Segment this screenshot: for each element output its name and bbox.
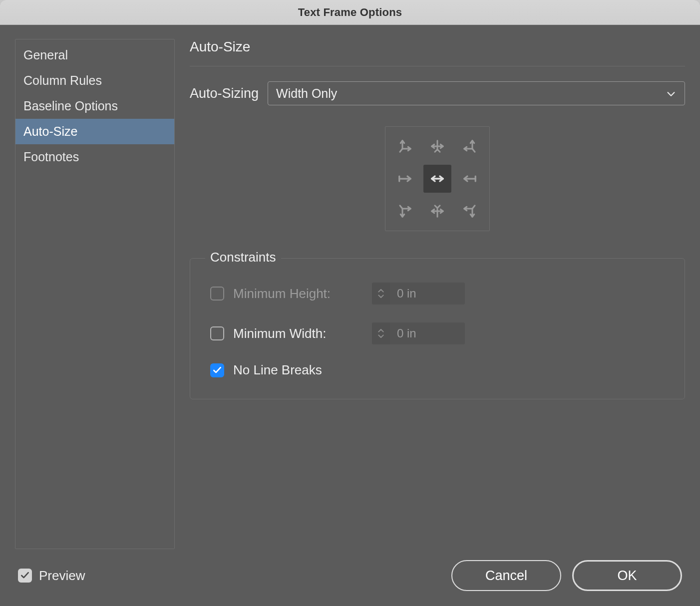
anchor-top-right[interactable]	[456, 132, 484, 160]
no-breaks-row: No Line Breaks	[210, 362, 665, 378]
anchor-top-left[interactable]	[391, 132, 419, 160]
ok-button-label: OK	[617, 568, 637, 584]
sidebar-item-auto-size[interactable]: Auto-Size	[15, 119, 174, 144]
auto-sizing-select-value: Width Only	[276, 86, 337, 101]
dialog-footer: Preview Cancel OK	[15, 549, 685, 594]
preview-label: Preview	[39, 568, 85, 584]
anchor-bottom-right[interactable]	[456, 197, 484, 225]
anchor-mid-right-icon	[462, 171, 477, 186]
anchor-top-left-icon	[397, 139, 412, 154]
chevron-up-icon	[377, 288, 385, 294]
min-width-stepper[interactable]: 0 in	[372, 322, 465, 344]
no-line-breaks-label: No Line Breaks	[233, 362, 363, 378]
footer-left: Preview	[18, 568, 85, 584]
sidebar-item-column-rules[interactable]: Column Rules	[15, 68, 174, 93]
min-width-checkbox[interactable]	[210, 326, 224, 340]
chevron-down-icon	[377, 294, 385, 300]
cancel-button-label: Cancel	[485, 568, 527, 584]
sidebar-item-footnotes[interactable]: Footnotes	[15, 144, 174, 170]
sidebar-item-baseline-options[interactable]: Baseline Options	[15, 93, 174, 119]
title-text: Text Frame Options	[298, 6, 402, 19]
auto-sizing-select[interactable]: Width Only	[268, 81, 685, 105]
sidebar-item-label: Baseline Options	[23, 99, 118, 113]
chevron-down-icon	[377, 333, 385, 339]
min-width-value: 0 in	[390, 322, 465, 344]
stepper-buttons[interactable]	[372, 322, 390, 344]
min-width-row: Minimum Width: 0 in	[210, 322, 665, 344]
chevron-up-icon	[377, 327, 385, 333]
auto-sizing-label: Auto-Sizing	[190, 86, 259, 101]
dialog-body: General Column Rules Baseline Options Au…	[0, 25, 700, 606]
min-height-value: 0 in	[390, 283, 465, 304]
dialog-window: Text Frame Options General Column Rules …	[0, 0, 700, 606]
anchor-mid-center[interactable]	[423, 165, 451, 193]
min-height-checkbox	[210, 287, 224, 301]
anchor-mid-left[interactable]	[391, 165, 419, 193]
auto-sizing-row: Auto-Sizing Width Only	[190, 81, 685, 105]
anchor-bottom-center[interactable]	[423, 197, 451, 225]
sidebar-item-label: Auto-Size	[23, 124, 77, 138]
anchor-mid-center-icon	[430, 171, 445, 186]
constraints-fieldset: Constraints Minimum Height: 0 in	[190, 258, 685, 399]
anchor-grid-wrap	[190, 126, 685, 231]
stepper-buttons	[372, 283, 390, 304]
main-panel: Auto-Size Auto-Sizing Width Only	[190, 39, 685, 549]
chevron-down-icon	[666, 88, 677, 99]
anchor-bottom-left[interactable]	[391, 197, 419, 225]
ok-button[interactable]: OK	[572, 560, 682, 591]
anchor-bottom-right-icon	[462, 204, 477, 219]
sidebar-item-label: Column Rules	[23, 73, 102, 87]
min-height-stepper: 0 in	[372, 283, 465, 304]
panel-title: Auto-Size	[190, 39, 685, 66]
anchor-grid	[385, 126, 490, 231]
min-height-label: Minimum Height:	[233, 286, 363, 302]
min-height-row: Minimum Height: 0 in	[210, 283, 665, 304]
dialog-content: General Column Rules Baseline Options Au…	[15, 39, 685, 549]
titlebar: Text Frame Options	[0, 0, 700, 25]
no-line-breaks-checkbox[interactable]	[210, 363, 224, 377]
sidebar: General Column Rules Baseline Options Au…	[15, 39, 175, 549]
anchor-top-center-icon	[430, 139, 445, 154]
sidebar-item-general[interactable]: General	[15, 42, 174, 68]
footer-buttons: Cancel OK	[451, 560, 682, 591]
sidebar-item-label: General	[23, 48, 68, 62]
anchor-top-right-icon	[462, 139, 477, 154]
anchor-bottom-left-icon	[397, 204, 412, 219]
anchor-mid-right[interactable]	[456, 165, 484, 193]
anchor-top-center[interactable]	[423, 132, 451, 160]
preview-checkbox[interactable]	[18, 569, 32, 583]
cancel-button[interactable]: Cancel	[451, 560, 561, 591]
constraints-legend: Constraints	[205, 250, 281, 265]
anchor-mid-left-icon	[397, 171, 412, 186]
anchor-bottom-center-icon	[430, 204, 445, 219]
min-width-label: Minimum Width:	[233, 326, 363, 341]
sidebar-item-label: Footnotes	[23, 150, 79, 164]
